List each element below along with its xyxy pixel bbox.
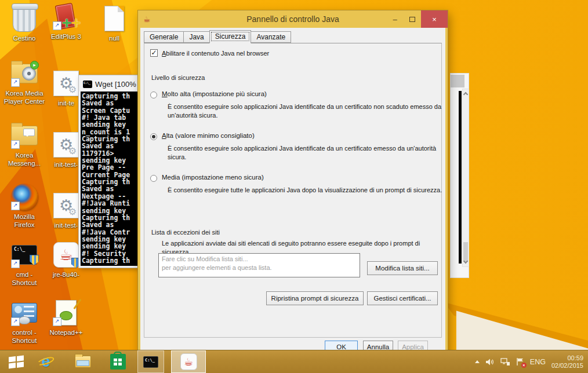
- dialog-titlebar[interactable]: ☕ Pannello di controllo Java – ×: [138, 10, 448, 28]
- desktop-icon-control-shortcut[interactable]: control - Shortcut: [2, 299, 47, 345]
- minimize-button[interactable]: –: [386, 10, 404, 28]
- taskbar-windows-store[interactable]: [107, 350, 129, 373]
- firefox-icon: [11, 184, 38, 210]
- desktop-icon-label: EditPlus 3: [43, 32, 89, 41]
- tab-java[interactable]: Java: [183, 31, 209, 43]
- checkbox-checked[interactable]: ✓: [150, 49, 158, 57]
- language-indicator[interactable]: ENG: [530, 358, 546, 366]
- taskbar-cmd-window[interactable]: C:\_: [137, 350, 164, 373]
- radio-alta-description: È consentito eseguire solo applicazioni …: [168, 144, 446, 162]
- desktop-icon-label: jre-8u40-: [43, 270, 89, 279]
- desktop-icon-notepadpp[interactable]: Notepad++: [43, 299, 89, 337]
- network-icon[interactable]: [500, 358, 510, 366]
- desktop-icon-label: Korea Media Player Center: [2, 89, 47, 106]
- background-window-content-edge: [459, 91, 462, 264]
- desktop-screen: Cestino EditPlus 3 null ▸ Korea Media Pl…: [0, 0, 588, 373]
- scrollbar[interactable]: [462, 89, 469, 267]
- desktop-icon-label: cmd - Shortcut: [2, 270, 47, 287]
- radio-molto-alta-label: Molto alta (impostazione più sicura): [162, 90, 267, 97]
- desktop-icon-korea-media-player[interactable]: ▸ Korea Media Player Center: [2, 60, 47, 106]
- system-tray: × ENG 00:59 02/02/2015: [475, 350, 586, 373]
- radio-molto-alta-description: È consentito eseguire solo applicazioni …: [168, 103, 446, 120]
- java-logo-icon: ☕: [143, 15, 151, 23]
- gear-file-icon: ⚙⚙: [53, 132, 79, 158]
- media-folder-icon: ▸: [11, 64, 38, 83]
- desktop-icon-cestino[interactable]: Cestino: [2, 5, 47, 42]
- background-window-fragment: [450, 73, 469, 278]
- show-hidden-icons-button[interactable]: [475, 360, 480, 363]
- taskbar-internet-explorer[interactable]: e: [35, 350, 57, 373]
- radio-alta-label: Alta (valore minimo consigliato): [162, 132, 255, 139]
- date: 02/02/2015: [551, 362, 583, 370]
- site-exception-list[interactable]: Fare clic su Modifica lista siti... per …: [158, 253, 360, 277]
- desktop-icon-label: Mozilla Firefox: [2, 213, 47, 229]
- file-explorer-icon: [75, 356, 91, 368]
- taskbar-file-explorer[interactable]: [72, 350, 94, 373]
- windows-logo-icon: [9, 355, 24, 368]
- gear-file-icon: ⚙⚙: [53, 193, 79, 218]
- desktop-icon-cmd-shortcut[interactable]: C:\_ cmd - Shortcut: [2, 241, 47, 287]
- clock[interactable]: 00:59 02/02/2015: [551, 354, 586, 370]
- radio-media-label: Media (impostazione meno sicura): [162, 174, 264, 181]
- java-icon: ☕: [180, 353, 197, 370]
- notepadpp-icon: [56, 300, 77, 326]
- cmd-icon: C:\_: [143, 356, 158, 368]
- action-center-flag-icon[interactable]: ×: [516, 357, 524, 366]
- security-level-group-label: Livello di sicurezza: [151, 74, 205, 81]
- desktop-icon-label: null: [92, 34, 137, 42]
- desktop-icon-firefox[interactable]: Mozilla Firefox: [2, 183, 47, 229]
- cmd-icon: C:\_: [83, 81, 92, 88]
- desktop-icon-editplus[interactable]: EditPlus 3: [43, 3, 89, 41]
- tab-sicurezza[interactable]: Sicurezza: [209, 30, 252, 43]
- console-title: Wget [100%: [95, 80, 136, 89]
- enable-java-checkbox-row[interactable]: ✓ Abilitare il contenuto Java nel browse…: [150, 49, 269, 57]
- taskbar-java-window-active[interactable]: ☕: [171, 350, 206, 373]
- scroll-up-icon[interactable]: [463, 92, 468, 97]
- radio-media-description: È consentito eseguire tutte le applicazi…: [168, 186, 446, 195]
- time: 00:59: [551, 354, 583, 362]
- recycle-bin-icon: [13, 5, 36, 32]
- cmd-icon: C:\_: [12, 245, 37, 265]
- tab-avanzate[interactable]: Avanzate: [251, 31, 291, 43]
- desktop-icon-korea-messenger[interactable]: Korea Messeng...: [2, 122, 47, 168]
- restore-security-prompts-button[interactable]: Ripristina prompt di sicurezza: [266, 291, 364, 305]
- checkbox-label: Abilitare il contenuto Java nel browser: [162, 50, 269, 57]
- windows-store-icon: [110, 354, 126, 370]
- edit-site-list-button[interactable]: Modifica lista siti...: [367, 261, 438, 275]
- site-exceptions-group-label: Lista di eccezioni dei siti: [151, 229, 220, 236]
- java-control-panel-dialog: ☕ Pannello di controllo Java – × General…: [138, 10, 448, 358]
- desktop-icon-label: Notepad++: [43, 328, 89, 337]
- messenger-folder-icon: [11, 126, 38, 145]
- taskbar: e C:\_ ☕: [0, 350, 588, 373]
- tab-generale[interactable]: Generale: [144, 31, 184, 43]
- tab-bar: Generale Java Sicurezza Avanzate: [144, 30, 291, 43]
- close-button[interactable]: ×: [421, 10, 448, 28]
- desktop-icon-label: Cestino: [2, 34, 47, 42]
- uac-shield-icon: [30, 255, 39, 265]
- control-panel-icon: [12, 303, 37, 323]
- start-button[interactable]: [5, 350, 28, 373]
- tab-content-pane: ✓ Abilitare il contenuto Java nel browse…: [144, 43, 442, 338]
- radio-alta[interactable]: [150, 133, 157, 140]
- alert-badge: ×: [521, 363, 527, 368]
- gear-file-icon: ⚙⚙: [53, 71, 79, 96]
- maximize-button[interactable]: [404, 10, 421, 28]
- document-icon: [104, 6, 124, 31]
- volume-icon[interactable]: [485, 358, 495, 366]
- dialog-body: Generale Java Sicurezza Avanzate ✓ Abili…: [140, 28, 445, 356]
- desktop-icon-label: Korea Messeng...: [2, 151, 47, 168]
- background-window-control: [451, 75, 464, 87]
- radio-molto-alta[interactable]: [150, 92, 157, 98]
- desktop-icon-label: control - Shortcut: [2, 328, 47, 345]
- radio-media[interactable]: [150, 175, 157, 182]
- java-icon: ☕: [53, 242, 79, 268]
- editplus-icon: [53, 3, 79, 30]
- manage-certificates-button[interactable]: Gestisci certificati...: [367, 291, 438, 305]
- desktop-icon-null[interactable]: null: [92, 5, 137, 42]
